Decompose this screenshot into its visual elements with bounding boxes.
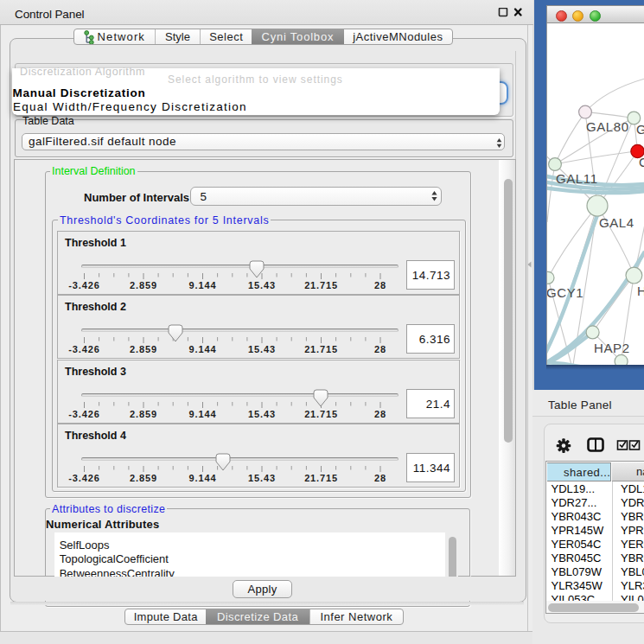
svg-text:G...: G... bbox=[636, 122, 644, 137]
svg-text:GAL4: GAL4 bbox=[599, 215, 634, 230]
svg-text:H: H bbox=[637, 284, 644, 298]
svg-text:GAL11: GAL11 bbox=[556, 171, 598, 186]
svg-text:C: C bbox=[639, 155, 644, 169]
svg-text:GCY1: GCY1 bbox=[547, 285, 583, 300]
svg-text:GAL80: GAL80 bbox=[586, 119, 629, 134]
svg-text:HAP2: HAP2 bbox=[594, 341, 630, 355]
